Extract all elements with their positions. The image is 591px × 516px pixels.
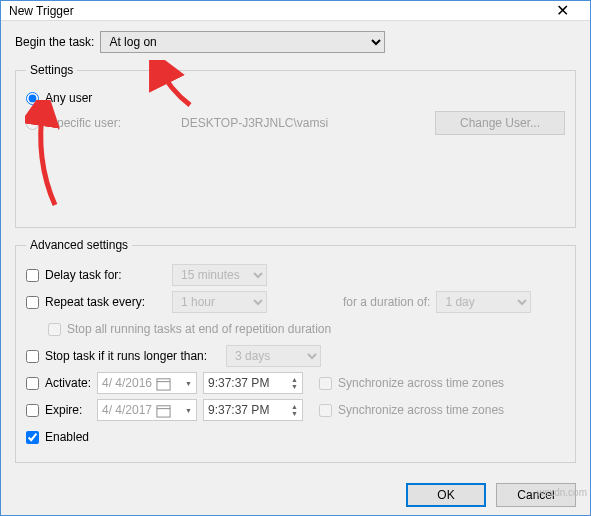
any-user-radio[interactable] [26, 92, 39, 105]
watermark: wsxdn.com [537, 487, 587, 498]
delay-label: Delay task for: [45, 268, 122, 282]
expire-sync-checkbox[interactable] [319, 404, 332, 417]
specific-user-value: DESKTOP-J3RJNLC\vamsi [181, 116, 425, 130]
settings-group: Settings Any user Specific user: DESKTOP… [15, 63, 576, 228]
change-user-button[interactable]: Change User... [435, 111, 565, 135]
begin-task-select[interactable]: At log on [100, 31, 385, 53]
repeat-select[interactable]: 1 hour [172, 291, 267, 313]
enabled-row: Enabled [26, 425, 565, 449]
stop-all-checkbox[interactable] [48, 323, 61, 336]
activate-time-value: 9:37:37 PM [208, 376, 269, 390]
repeat-label: Repeat task every: [45, 295, 145, 309]
activate-date-value: 4/ 4/2016 [102, 376, 152, 390]
delay-checkbox[interactable] [26, 269, 39, 282]
delay-select[interactable]: 15 minutes [172, 264, 267, 286]
ok-button[interactable]: OK [406, 483, 486, 507]
expire-date-picker[interactable]: 4/ 4/2017 ▼ [97, 399, 197, 421]
duration-select[interactable]: 1 day [436, 291, 531, 313]
specific-user-radio[interactable] [26, 117, 39, 130]
spinner-icon: ▲▼ [291, 403, 298, 417]
enabled-checkbox[interactable] [26, 431, 39, 444]
button-bar: OK Cancel [1, 473, 590, 516]
stop-all-row: Stop all running tasks at end of repetit… [48, 317, 565, 341]
stop-if-checkbox[interactable] [26, 350, 39, 363]
expire-sync-label: Synchronize across time zones [338, 403, 504, 417]
delay-row: Delay task for: 15 minutes [26, 263, 565, 287]
dialog-window: New Trigger ✕ Begin the task: At log on … [0, 0, 591, 516]
enabled-label: Enabled [45, 430, 89, 444]
activate-sync-checkbox[interactable] [319, 377, 332, 390]
expire-label: Expire: [45, 403, 82, 417]
stop-if-select[interactable]: 3 days [226, 345, 321, 367]
any-user-row: Any user [26, 91, 565, 105]
chevron-down-icon: ▼ [185, 380, 192, 387]
calendar-icon [156, 403, 171, 418]
expire-checkbox[interactable] [26, 404, 39, 417]
svg-rect-2 [157, 405, 170, 416]
activate-row: Activate: 4/ 4/2016 ▼ 9:37:37 PM ▲▼ Sync… [26, 371, 565, 395]
chevron-down-icon: ▼ [185, 407, 192, 414]
svg-rect-0 [157, 378, 170, 389]
settings-legend: Settings [26, 63, 77, 77]
stop-if-label: Stop task if it runs longer than: [45, 349, 220, 363]
activate-label: Activate: [45, 376, 91, 390]
close-button[interactable]: ✕ [542, 1, 582, 20]
activate-checkbox[interactable] [26, 377, 39, 390]
expire-date-value: 4/ 4/2017 [102, 403, 152, 417]
expire-time-value: 9:37:37 PM [208, 403, 269, 417]
specific-user-label: Specific user: [49, 116, 121, 130]
expire-time-picker[interactable]: 9:37:37 PM ▲▼ [203, 399, 303, 421]
any-user-label: Any user [45, 91, 92, 105]
calendar-icon [156, 376, 171, 391]
advanced-legend: Advanced settings [26, 238, 132, 252]
activate-sync-label: Synchronize across time zones [338, 376, 504, 390]
begin-task-row: Begin the task: At log on [15, 31, 576, 53]
repeat-row: Repeat task every: 1 hour for a duration… [26, 290, 565, 314]
stop-if-row: Stop task if it runs longer than: 3 days [26, 344, 565, 368]
stop-all-label: Stop all running tasks at end of repetit… [67, 322, 331, 336]
begin-task-label: Begin the task: [15, 35, 94, 49]
titlebar: New Trigger ✕ [1, 1, 590, 21]
specific-user-row: Specific user: DESKTOP-J3RJNLC\vamsi Cha… [26, 111, 565, 135]
spinner-icon: ▲▼ [291, 376, 298, 390]
window-title: New Trigger [9, 4, 542, 18]
advanced-settings-group: Advanced settings Delay task for: 15 min… [15, 238, 576, 463]
repeat-checkbox[interactable] [26, 296, 39, 309]
content-area: Begin the task: At log on Settings Any u… [1, 21, 590, 473]
duration-label: for a duration of: [343, 295, 430, 309]
activate-date-picker[interactable]: 4/ 4/2016 ▼ [97, 372, 197, 394]
expire-row: Expire: 4/ 4/2017 ▼ 9:37:37 PM ▲▼ Synchr… [26, 398, 565, 422]
activate-time-picker[interactable]: 9:37:37 PM ▲▼ [203, 372, 303, 394]
